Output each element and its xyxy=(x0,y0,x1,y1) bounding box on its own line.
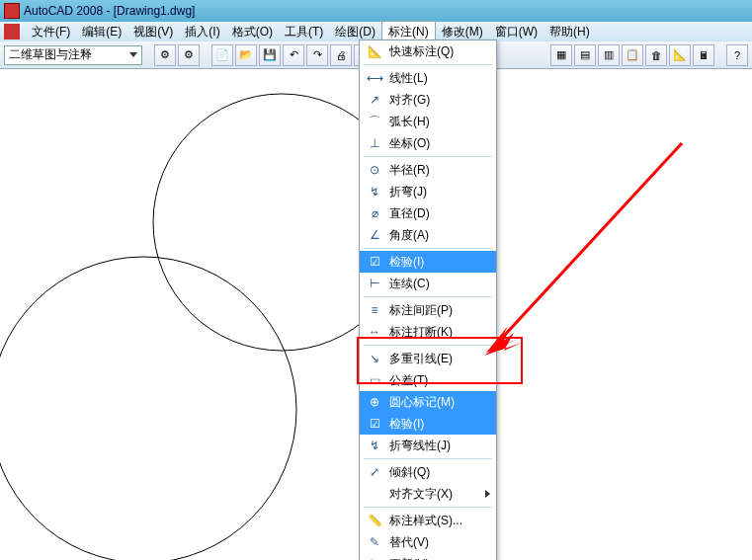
oblique-icon: ⤢ xyxy=(366,464,383,480)
arc-icon: ⌒ xyxy=(366,114,383,129)
menu-item-radius[interactable]: ⊙半径(R) xyxy=(360,159,496,181)
aligntext-icon xyxy=(366,486,383,502)
menu-help[interactable]: 帮助(H) xyxy=(543,22,596,42)
toolbar-gear2-button[interactable]: ⚙ xyxy=(178,44,200,66)
toolbar-btn-e[interactable]: 🗑 xyxy=(645,44,667,66)
menu-item-joglinear[interactable]: ↯折弯线性(J) xyxy=(360,435,496,456)
menu-bar: 文件(F) 编辑(E) 视图(V) 插入(I) 格式(O) 工具(T) 绘图(D… xyxy=(0,22,752,41)
toolbar-redo-button[interactable]: ↷ xyxy=(306,44,328,66)
jog-icon: ↯ xyxy=(366,184,383,200)
quickdim-icon: 📐 xyxy=(366,43,383,59)
menu-insert[interactable]: 插入(I) xyxy=(179,22,225,42)
menu-item-aligntext[interactable]: 对齐文字(X) xyxy=(360,483,496,505)
menu-item-jog[interactable]: ↯折弯(J) xyxy=(360,181,496,202)
menu-item-arc[interactable]: ⌒弧长(H) xyxy=(360,111,496,132)
menu-item-angular[interactable]: ∠角度(A) xyxy=(360,224,496,246)
workspace-combo[interactable]: 二维草图与注释 xyxy=(4,45,142,65)
toolbar-btn-a[interactable]: ▦ xyxy=(550,44,572,66)
menu-item-continue[interactable]: ⊢连续(C) xyxy=(360,273,496,294)
menu-item-quickdim[interactable]: 📐快速标注(Q) xyxy=(360,40,496,62)
toolbar-btn-f[interactable]: 📐 xyxy=(669,44,691,66)
joglinear-icon: ↯ xyxy=(366,438,383,453)
menu-item-oblique[interactable]: ⤢倾斜(Q) xyxy=(360,461,496,483)
dimension-menu-dropdown: 📐快速标注(Q) ⟷线性(L) ↗对齐(G) ⌒弧长(H) ⊥坐标(O) ⊙半径… xyxy=(359,40,497,560)
menu-item-update[interactable]: ↻更新(U) xyxy=(360,553,496,560)
menu-tools[interactable]: 工具(T) xyxy=(279,22,329,42)
workspace-value: 二维草图与注释 xyxy=(9,46,92,63)
radius-icon: ⊙ xyxy=(366,162,383,178)
chevron-right-icon xyxy=(485,490,490,498)
menu-item-ordinate[interactable]: ⊥坐标(O) xyxy=(360,132,496,154)
app-icon xyxy=(4,3,20,19)
toolbar-btn-d[interactable]: 📋 xyxy=(622,44,643,66)
aligned-icon: ↗ xyxy=(366,92,383,108)
inspect2-icon: ☑ xyxy=(366,416,383,432)
window-title: AutoCAD 2008 - [Drawing1.dwg] xyxy=(24,4,195,18)
menu-item-dimbreak[interactable]: ↔标注打断(K) xyxy=(360,321,496,343)
menu-item-diameter[interactable]: ⌀直径(D) xyxy=(360,202,496,224)
update-icon: ↻ xyxy=(366,556,383,560)
menu-item-aligned[interactable]: ↗对齐(G) xyxy=(360,89,496,111)
menu-view[interactable]: 视图(V) xyxy=(127,22,179,42)
menu-item-mleader[interactable]: ↘多重引线(E) xyxy=(360,348,496,369)
chevron-down-icon xyxy=(129,52,137,57)
dimbreak-icon: ↔ xyxy=(366,324,383,340)
centermark-icon: ⊕ xyxy=(366,394,383,410)
toolbar-btn-b[interactable]: ▤ xyxy=(574,44,596,66)
menu-item-override[interactable]: ✎替代(V) xyxy=(360,531,496,553)
toolbar-open-button[interactable]: 📂 xyxy=(235,44,257,66)
mleader-icon: ↘ xyxy=(366,351,383,366)
menu-item-dimspace[interactable]: ≡标注间距(P) xyxy=(360,299,496,321)
linear-icon: ⟷ xyxy=(366,70,383,86)
svg-point-1 xyxy=(0,257,296,560)
app-icon-small xyxy=(4,24,20,40)
toolbar-undo-button[interactable]: ↶ xyxy=(283,44,304,66)
continue-icon: ⊢ xyxy=(366,276,383,291)
menu-item-inspect2[interactable]: ☑检验(I) xyxy=(360,413,496,435)
tolerance-icon: ▭ xyxy=(366,372,383,388)
menu-edit[interactable]: 编辑(E) xyxy=(76,22,127,42)
menu-item-tolerance[interactable]: ▭公差(T)... xyxy=(360,369,496,391)
angular-icon: ∠ xyxy=(366,227,383,243)
toolbar-gear-button[interactable]: ⚙ xyxy=(154,44,176,66)
menu-item-dimstyle[interactable]: 📏标注样式(S)... xyxy=(360,510,496,531)
inspect-icon: ☑ xyxy=(366,254,383,270)
menu-item-inspect[interactable]: ☑检验(I) xyxy=(360,251,496,273)
menu-format[interactable]: 格式(O) xyxy=(226,22,279,42)
toolbar-new-button[interactable]: 📄 xyxy=(211,44,233,66)
toolbar-calc-button[interactable]: 🖩 xyxy=(693,44,714,66)
menu-file[interactable]: 文件(F) xyxy=(26,22,76,42)
dimstyle-icon: 📏 xyxy=(366,513,383,528)
menu-item-centermark[interactable]: ⊕圆心标记(M) xyxy=(360,391,496,413)
override-icon: ✎ xyxy=(366,534,383,550)
dimspace-icon: ≡ xyxy=(366,302,383,318)
toolbar-save-button[interactable]: 💾 xyxy=(259,44,281,66)
toolbar-print-button[interactable]: 🖨 xyxy=(330,44,352,66)
toolbar-help-button[interactable]: ? xyxy=(726,44,748,66)
diameter-icon: ⌀ xyxy=(366,205,383,221)
toolbar-btn-c[interactable]: ▥ xyxy=(598,44,620,66)
title-bar: AutoCAD 2008 - [Drawing1.dwg] xyxy=(0,0,752,22)
menu-item-linear[interactable]: ⟷线性(L) xyxy=(360,67,496,89)
ordinate-icon: ⊥ xyxy=(366,135,383,151)
